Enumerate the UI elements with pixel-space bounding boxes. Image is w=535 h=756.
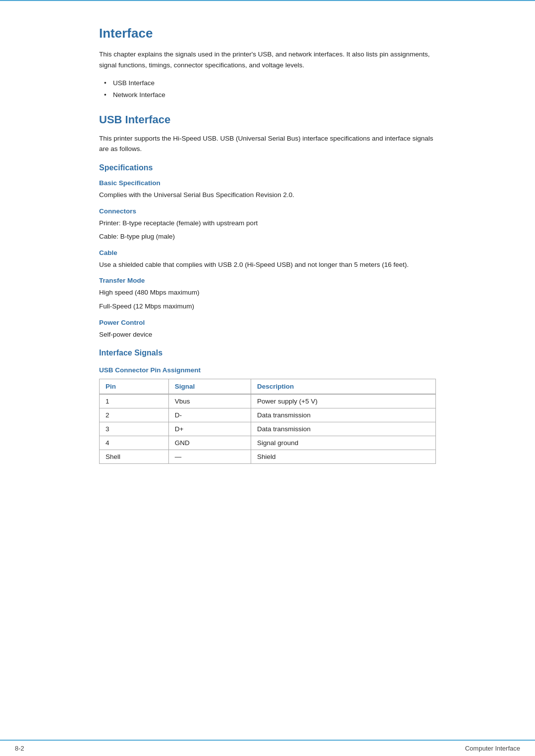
cell-description-0: Power supply (+5 V)	[251, 394, 435, 408]
bullet-item-usb: USB Interface	[104, 77, 436, 89]
pin-assignment-table: Pin Signal Description 1VbusPower supply…	[99, 379, 436, 464]
power-control-text: Self-power device	[99, 329, 436, 340]
usb-interface-title: USB Interface	[99, 113, 436, 126]
table-row: 4GNDSignal ground	[100, 436, 436, 450]
connectors-line2: Cable: B-type plug (male)	[99, 231, 436, 242]
basic-specification-text: Complies with the Universal Serial Bus S…	[99, 190, 436, 201]
usb-interface-intro: This printer supports the Hi-Speed USB. …	[99, 133, 436, 154]
table-header-row: Pin Signal Description	[100, 379, 436, 395]
cell-signal-2: D+	[168, 422, 251, 436]
table-row: Shell—Shield	[100, 450, 436, 464]
specifications-title: Specifications	[99, 163, 436, 172]
cell-description-3: Signal ground	[251, 436, 435, 450]
interface-signals-title: Interface Signals	[99, 349, 436, 357]
chapter-title: Interface	[99, 26, 436, 41]
col-header-pin: Pin	[100, 379, 169, 395]
table-row: 1VbusPower supply (+5 V)	[100, 394, 436, 408]
cable-title: Cable	[99, 249, 436, 256]
footer-chapter-name: Computer Interface	[465, 745, 520, 752]
cell-signal-3: GND	[168, 436, 251, 450]
usb-connector-title: USB Connector Pin Assignment	[99, 366, 436, 374]
table-row: 3D+Data transmission	[100, 422, 436, 436]
cell-pin-3: 4	[100, 436, 169, 450]
cell-description-2: Data transmission	[251, 422, 435, 436]
col-header-signal: Signal	[168, 379, 251, 395]
basic-specification-title: Basic Specification	[99, 179, 436, 187]
cable-text: Use a shielded cable that complies with …	[99, 259, 436, 270]
bullet-item-network: Network Interface	[104, 89, 436, 101]
bullet-list: USB Interface Network Interface	[99, 77, 436, 101]
cell-description-1: Data transmission	[251, 408, 435, 422]
content-area: Interface This chapter explains the sign…	[0, 1, 535, 740]
table-row: 2D-Data transmission	[100, 408, 436, 422]
cell-pin-0: 1	[100, 394, 169, 408]
transfer-mode-line2: Full-Speed (12 Mbps maximum)	[99, 301, 436, 312]
page-container: Interface This chapter explains the sign…	[0, 0, 535, 756]
col-header-description: Description	[251, 379, 435, 395]
cell-signal-4: —	[168, 450, 251, 464]
connectors-line1: Printer: B-type receptacle (female) with…	[99, 218, 436, 229]
chapter-intro-text: This chapter explains the signals used i…	[99, 49, 436, 70]
transfer-mode-title: Transfer Mode	[99, 277, 436, 284]
transfer-mode-line1: High speed (480 Mbps maximum)	[99, 287, 436, 298]
cell-pin-1: 2	[100, 408, 169, 422]
footer-area: 8-2 Computer Interface	[0, 741, 535, 756]
cell-pin-4: Shell	[100, 450, 169, 464]
cell-signal-1: D-	[168, 408, 251, 422]
power-control-title: Power Control	[99, 319, 436, 326]
connectors-title: Connectors	[99, 207, 436, 215]
footer-page-number: 8-2	[15, 745, 24, 752]
cell-description-4: Shield	[251, 450, 435, 464]
cell-pin-2: 3	[100, 422, 169, 436]
cell-signal-0: Vbus	[168, 394, 251, 408]
